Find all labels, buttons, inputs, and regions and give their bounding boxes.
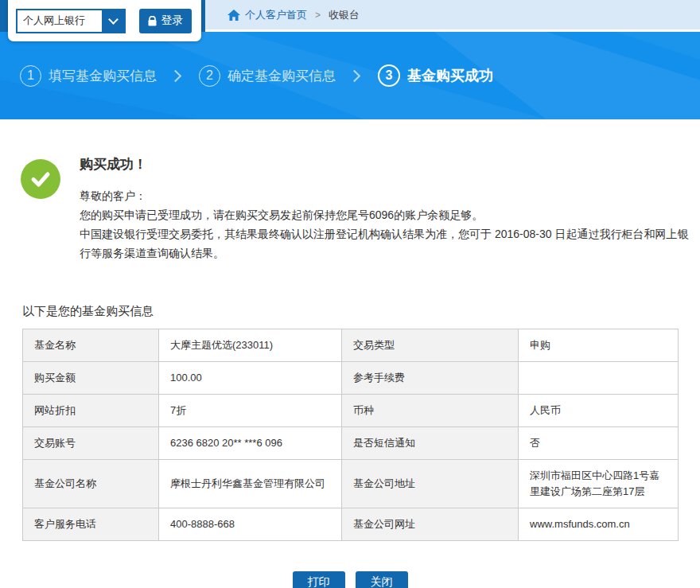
breadcrumb-separator: > xyxy=(315,10,321,21)
fund-company-address-value: 深圳市福田区中心四路1号嘉里建设广场第二座第17层 xyxy=(519,460,679,508)
site-discount-value: 7折 xyxy=(159,395,342,427)
step-1-label: 填写基金购买信息 xyxy=(49,67,157,85)
success-check-icon xyxy=(21,159,60,199)
login-panel: 个人网上银行 登录 xyxy=(8,0,201,41)
table-row: 基金名称 大摩主题优选(233011) 交易类型 申购 xyxy=(23,329,679,362)
table-row: 基金公司名称 摩根士丹利华鑫基金管理有限公司 基金公司地址 深圳市福田区中心四路… xyxy=(23,460,679,508)
step-3-label: 基金购买成功 xyxy=(407,66,493,85)
login-button[interactable]: 登录 xyxy=(139,9,192,33)
step-2-confirm-info: 2 确定基金购买信息 xyxy=(199,65,336,87)
table-row: 客户服务电话 400-8888-668 基金公司网址 www.msfunds.c… xyxy=(23,508,679,541)
message-line-2: 中国建设银行受理交易委托，其结果最终确认以注册登记机构确认结果为准，您可于 20… xyxy=(80,224,690,263)
channel-select[interactable]: 个人网上银行 xyxy=(16,9,126,33)
step-separator-icon xyxy=(169,69,182,82)
step-banner: 1 填写基金购买信息 2 确定基金购买信息 3 基金购买成功 xyxy=(0,32,700,119)
step-3-success: 3 基金购买成功 xyxy=(378,64,493,87)
top-bar: 个人客户首页 > 收银台 个人网上银行 登录 xyxy=(0,0,700,32)
step-1-fill-info: 1 填写基金购买信息 xyxy=(20,65,157,87)
print-button[interactable]: 打印 xyxy=(293,571,345,588)
reference-fee-value xyxy=(519,362,679,395)
success-message-texts: 购买成功！ 尊敬的客户： 您的购买申请已受理成功，请在购买交易发起前保持您尾号6… xyxy=(80,155,690,263)
chevron-down-icon xyxy=(108,14,119,25)
fund-company-website-value: www.msfunds.com.cn xyxy=(519,508,679,541)
sms-notify-value: 否 xyxy=(519,427,679,460)
home-icon xyxy=(228,10,240,21)
step-separator-icon xyxy=(348,69,361,82)
fund-company-address-label: 基金公司地址 xyxy=(342,460,519,508)
step-2-label: 确定基金购买信息 xyxy=(228,67,336,85)
lock-icon xyxy=(148,16,157,26)
success-message-block: 购买成功！ 尊敬的客户： 您的购买申请已受理成功，请在购买交易发起前保持您尾号6… xyxy=(0,119,700,263)
progress-steps: 1 填写基金购买信息 2 确定基金购买信息 3 基金购买成功 xyxy=(20,64,493,87)
trade-type-label: 交易类型 xyxy=(342,329,519,362)
table-row: 购买金额 100.00 参考手续费 xyxy=(23,362,679,395)
fund-name-value: 大摩主题优选(233011) xyxy=(159,329,342,362)
success-title: 购买成功！ xyxy=(80,155,690,173)
trade-type-value: 申购 xyxy=(519,329,679,362)
table-row: 交易账号 6236 6820 20** ***6 096 是否短信通知 否 xyxy=(23,427,679,460)
breadcrumb-current: 收银台 xyxy=(329,8,360,22)
channel-select-value: 个人网上银行 xyxy=(18,10,102,32)
close-button[interactable]: 关闭 xyxy=(356,571,408,588)
details-section-title: 以下是您的基金购买信息 xyxy=(22,304,678,319)
breadcrumb: 个人客户首页 > 收银台 xyxy=(205,0,700,32)
step-2-number: 2 xyxy=(199,65,220,87)
fund-company-name-label: 基金公司名称 xyxy=(23,460,159,508)
currency-value: 人民币 xyxy=(519,395,679,427)
sms-notify-label: 是否短信通知 xyxy=(342,427,519,460)
purchase-details-table: 基金名称 大摩主题优选(233011) 交易类型 申购 购买金额 100.00 … xyxy=(22,329,679,541)
reference-fee-label: 参考手续费 xyxy=(342,362,519,395)
message-line-1: 您的购买申请已受理成功，请在购买交易发起前保持您尾号6096的账户余额足够。 xyxy=(80,205,690,224)
fund-company-name-value: 摩根士丹利华鑫基金管理有限公司 xyxy=(159,460,342,508)
fund-name-label: 基金名称 xyxy=(23,329,159,362)
channel-select-arrow-button[interactable] xyxy=(102,10,124,32)
login-button-label: 登录 xyxy=(161,14,184,28)
greeting-line: 尊敬的客户： xyxy=(80,186,690,205)
purchase-amount-label: 购买金额 xyxy=(23,362,159,395)
service-phone-label: 客户服务电话 xyxy=(23,508,159,541)
currency-label: 币种 xyxy=(342,395,519,427)
table-row: 网站折扣 7折 币种 人民币 xyxy=(23,395,679,427)
trade-account-value: 6236 6820 20** ***6 096 xyxy=(159,427,342,460)
step-1-number: 1 xyxy=(20,65,41,87)
site-discount-label: 网站折扣 xyxy=(23,395,159,427)
service-phone-value: 400-8888-668 xyxy=(159,508,342,541)
purchase-amount-value: 100.00 xyxy=(159,362,342,395)
step-3-number: 3 xyxy=(378,64,400,87)
trade-account-label: 交易账号 xyxy=(23,427,159,460)
action-buttons: 打印 关闭 xyxy=(0,571,700,588)
fund-company-website-label: 基金公司网址 xyxy=(342,508,519,541)
breadcrumb-home-link[interactable]: 个人客户首页 xyxy=(245,8,307,22)
